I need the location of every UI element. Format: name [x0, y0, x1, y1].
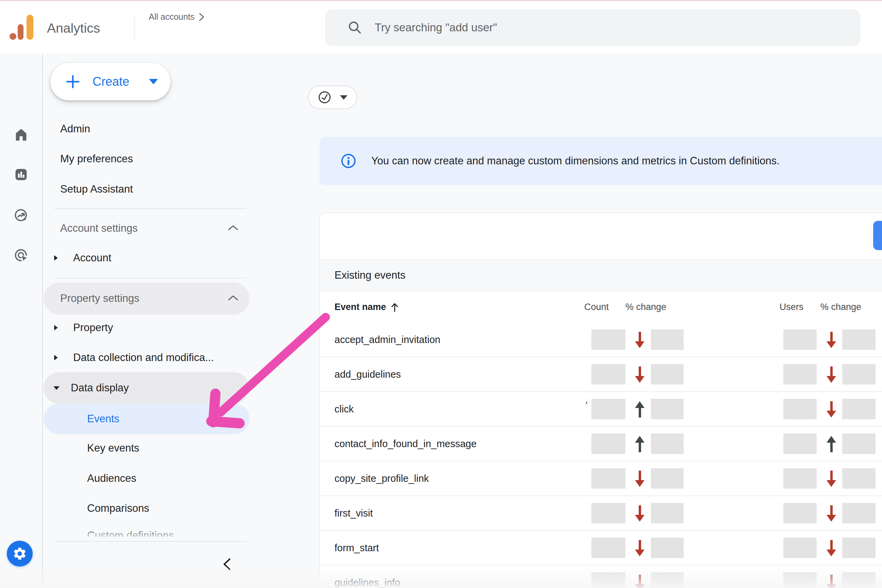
explore-icon[interactable] [13, 207, 29, 224]
sidebar-item-label: Account [73, 252, 111, 264]
redacted-count-value [591, 399, 626, 419]
column-header-count[interactable]: Count [579, 292, 614, 322]
table-row[interactable]: guidelines_info [320, 565, 882, 588]
sidebar-item-data-collection[interactable]: Data collection and modifica... [54, 351, 214, 364]
redacted-users-change-value [842, 538, 876, 558]
sidebar-scroll-fade [44, 528, 249, 542]
event-name: click [334, 392, 354, 426]
sidebar-item-events-selected[interactable]: Events [44, 404, 249, 434]
event-name: first_visit [334, 496, 373, 530]
users-trend-arrow [826, 401, 836, 417]
sidebar-item-my-preferences[interactable]: My preferences [60, 153, 133, 165]
sidebar-item-label: Data collection and modifica... [73, 351, 214, 364]
expander-arrow-icon[interactable] [54, 255, 57, 261]
redacted-count-value [591, 468, 626, 489]
redacted-users-value [783, 434, 817, 454]
event-name: copy_site_profile_link [334, 461, 429, 495]
table-row[interactable]: click ' [320, 392, 882, 426]
count-trend-arrow [634, 471, 645, 487]
sidebar-item-setup-assistant[interactable]: Setup Assistant [60, 183, 133, 195]
analytics-logo-icon[interactable] [9, 15, 33, 40]
info-banner: You can now create and manage custom dim… [320, 137, 882, 185]
section-header-account-settings[interactable]: Account settings [60, 222, 138, 234]
column-header-users-change[interactable]: % change [815, 292, 866, 322]
sidebar-item-label: Data display [71, 382, 129, 394]
table-row[interactable]: contact_info_found_in_message [320, 426, 882, 461]
advertising-icon[interactable] [13, 247, 29, 263]
users-trend-arrow [826, 366, 836, 383]
events-table-body: accept_admin_invitation add_guidelines c… [320, 322, 882, 588]
search-input[interactable] [374, 21, 850, 34]
column-header-label: Event name [334, 302, 386, 312]
sidebar-item-label: Property [73, 322, 113, 334]
table-header-row: Event name Count % change Users % change [320, 292, 882, 322]
event-name: guidelines_info [334, 566, 400, 588]
redacted-count-change-value [651, 538, 684, 558]
breadcrumb[interactable]: All accounts [149, 12, 205, 22]
expander-arrow-icon[interactable] [54, 325, 57, 330]
create-event-button-partial[interactable] [873, 221, 882, 250]
events-card: Existing events Event name Count % chang… [320, 213, 882, 588]
column-header-count-change[interactable]: % change [620, 292, 671, 322]
banner-text: You can now create and manage custom dim… [371, 155, 780, 167]
event-name: accept_admin_invitation [334, 322, 440, 357]
collapse-chevron-up-icon[interactable] [227, 225, 239, 231]
section-header-property-settings[interactable]: Property settings [44, 282, 249, 315]
settings-gear-icon[interactable] [7, 541, 33, 567]
users-trend-arrow [826, 540, 836, 556]
product-name: Analytics [47, 21, 100, 36]
redacted-users-value [783, 503, 817, 524]
sidebar-item-account[interactable]: Account [54, 252, 111, 264]
redacted-users-change-value [842, 329, 876, 350]
dropdown-caret-icon [340, 95, 347, 100]
create-button[interactable]: Create [50, 63, 171, 100]
count-trend-arrow [634, 332, 645, 348]
collapse-chevron-up-icon[interactable] [227, 295, 239, 302]
table-row[interactable]: first_visit [320, 495, 882, 530]
column-header-event-name[interactable]: Event name [334, 292, 399, 322]
redacted-users-change-value [842, 468, 876, 489]
logo-bar-tall [27, 15, 33, 40]
table-row[interactable]: add_guidelines [320, 357, 882, 392]
redacted-users-change-value [842, 364, 876, 384]
sidebar-item-property[interactable]: Property [54, 322, 113, 334]
reports-icon[interactable] [13, 166, 29, 183]
create-dropdown-caret-icon [149, 79, 158, 84]
expander-arrow-icon[interactable] [54, 355, 57, 360]
table-row[interactable]: accept_admin_invitation [320, 322, 882, 357]
redacted-count-value [591, 572, 626, 588]
home-icon[interactable] [13, 127, 29, 143]
redacted-users-value [783, 468, 817, 489]
chevron-left-icon [222, 557, 232, 571]
info-icon [340, 153, 356, 169]
redacted-count-change-value [651, 364, 684, 384]
existing-events-band: Existing events [320, 259, 882, 292]
count-trend-arrow [634, 575, 645, 588]
users-trend-arrow [826, 471, 836, 487]
sidebar-item-data-display[interactable]: Data display [44, 372, 249, 404]
sidebar-item-key-events[interactable]: Key events [87, 442, 139, 454]
redacted-users-value [783, 364, 817, 384]
collapse-sidebar-button[interactable] [218, 555, 236, 573]
check-circle-icon [318, 90, 332, 105]
count-prefix-mark: ' [585, 399, 588, 411]
app-header: Analytics All accounts [0, 1, 882, 54]
plus-icon [65, 74, 80, 89]
sidebar-item-admin[interactable]: Admin [60, 123, 90, 135]
sidebar-item-audiences[interactable]: Audiences [87, 472, 136, 484]
table-row[interactable]: copy_site_profile_link [320, 461, 882, 495]
users-trend-arrow [826, 436, 836, 452]
table-row[interactable]: form_start [320, 530, 882, 565]
status-filter-dropdown[interactable] [308, 86, 357, 109]
global-search[interactable] [325, 9, 861, 46]
users-trend-arrow [826, 506, 836, 522]
redacted-count-change-value [651, 503, 684, 524]
sidebar-item-comparisons[interactable]: Comparisons [87, 502, 149, 514]
redacted-count-change-value [651, 468, 684, 489]
sidebar-divider [54, 541, 246, 542]
redacted-users-change-value [842, 503, 876, 524]
count-trend-arrow [634, 436, 645, 452]
expanded-arrow-icon[interactable] [53, 386, 60, 390]
chevron-right-icon [199, 13, 205, 21]
column-header-users[interactable]: Users [774, 292, 808, 322]
